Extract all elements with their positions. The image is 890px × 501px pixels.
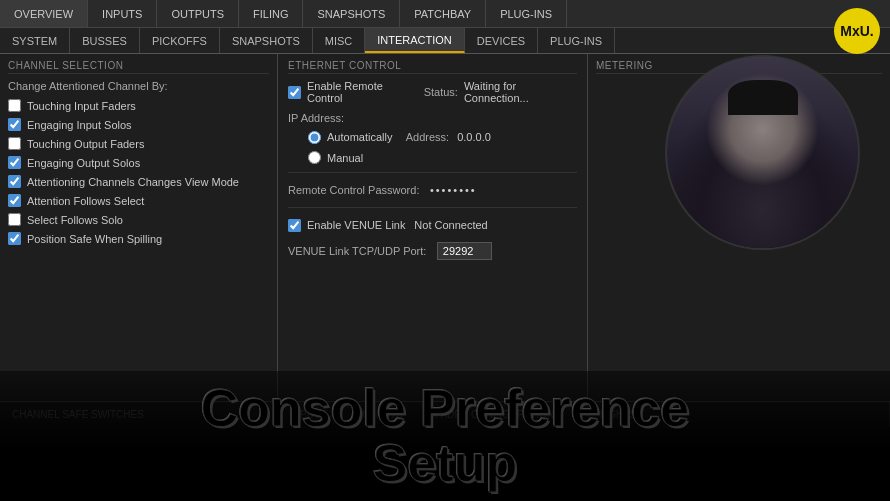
- checkbox-touching-output-faders[interactable]: Touching Output Faders: [8, 136, 269, 151]
- ip-address-section: IP Address: Automatically Address: 0.0.0…: [288, 112, 577, 164]
- cb-engaging-output-solos[interactable]: [8, 156, 21, 169]
- checkbox-attention-follows-select[interactable]: Attention Follows Select: [8, 193, 269, 208]
- overlay-container: Console Preference Setup: [0, 371, 890, 501]
- nav-outputs[interactable]: OUTPUTS: [157, 0, 239, 27]
- divider: [288, 172, 577, 173]
- password-row: Remote Control Password: ••••••••: [288, 181, 577, 199]
- tab-devices[interactable]: DEVICES: [465, 28, 538, 53]
- checkbox-position-safe[interactable]: Position Safe When Spilling: [8, 231, 269, 246]
- person-silhouette: [667, 57, 858, 248]
- cb-touching-output-faders[interactable]: [8, 137, 21, 150]
- label-position-safe: Position Safe When Spilling: [27, 233, 162, 245]
- channel-selection-subtitle: Change Attentioned Channel By:: [8, 80, 269, 92]
- cb-position-safe[interactable]: [8, 232, 21, 245]
- cb-attention-follows-select[interactable]: [8, 194, 21, 207]
- label-touching-input-faders: Touching Input Faders: [27, 100, 136, 112]
- label-touching-output-faders: Touching Output Faders: [27, 138, 144, 150]
- cb-select-follows-solo[interactable]: [8, 213, 21, 226]
- address-label: Address:: [406, 131, 449, 143]
- divider2: [288, 207, 577, 208]
- nav-patchbay[interactable]: PATCHBAY: [400, 0, 486, 27]
- cb-engaging-input-solos[interactable]: [8, 118, 21, 131]
- radio-auto[interactable]: [308, 131, 321, 144]
- tab-interaction[interactable]: INTERACTION: [365, 28, 465, 53]
- cb-touching-input-faders[interactable]: [8, 99, 21, 112]
- cb-enable-venue[interactable]: [288, 219, 301, 232]
- ethernet-control-title: ETHERNET CONTROL: [288, 60, 577, 74]
- second-navigation: SYSTEM BUSSES PICKOFFS SNAPSHOTS MISC IN…: [0, 28, 890, 54]
- top-navigation: OVERVIEW INPUTS OUTPUTS FILING SNAPSHOTS…: [0, 0, 890, 28]
- overlay-line1: Console Preference: [201, 381, 689, 436]
- cb-attentioning-channels[interactable]: [8, 175, 21, 188]
- radio-automatically[interactable]: Automatically Address: 0.0.0.0: [308, 128, 577, 146]
- channel-selection-panel: CHANNEL SELECTION Change Attentioned Cha…: [0, 54, 278, 401]
- port-input[interactable]: [437, 242, 492, 260]
- label-enable-remote: Enable Remote Control: [307, 80, 415, 104]
- nav-plugins[interactable]: PLUG-INS: [486, 0, 567, 27]
- tab-system[interactable]: SYSTEM: [0, 28, 70, 53]
- label-attentioning-channels: Attentioning Channels Changes View Mode: [27, 176, 239, 188]
- enable-remote-row[interactable]: Enable Remote Control Status: Waiting fo…: [288, 80, 577, 104]
- tab-misc[interactable]: MISC: [313, 28, 366, 53]
- port-label: VENUE Link TCP/UDP Port:: [288, 245, 426, 257]
- cb-enable-remote[interactable]: [288, 86, 301, 99]
- label-enable-venue: Enable VENUE Link: [307, 219, 405, 231]
- checkbox-attentioning-channels[interactable]: Attentioning Channels Changes View Mode: [8, 174, 269, 189]
- status-value: Waiting for Connection...: [464, 80, 577, 104]
- channel-selection-title: CHANNEL SELECTION: [8, 60, 269, 74]
- enable-venue-row[interactable]: Enable VENUE Link Not Connected: [288, 216, 577, 234]
- checkbox-touching-input-faders[interactable]: Touching Input Faders: [8, 98, 269, 113]
- ip-address-label: IP Address:: [288, 112, 577, 124]
- label-engaging-input-solos: Engaging Input Solos: [27, 119, 132, 131]
- tab-busses[interactable]: BUSSES: [70, 28, 140, 53]
- address-value: 0.0.0.0: [457, 131, 491, 143]
- radio-manual[interactable]: Manual: [308, 151, 577, 164]
- ethernet-control-panel: ETHERNET CONTROL Enable Remote Control S…: [278, 54, 588, 401]
- status-label: Status:: [424, 86, 458, 98]
- checkbox-select-follows-solo[interactable]: Select Follows Solo: [8, 212, 269, 227]
- port-row: VENUE Link TCP/UDP Port:: [288, 242, 577, 260]
- tab-pickoffs[interactable]: PICKOFFS: [140, 28, 220, 53]
- checkbox-engaging-input-solos[interactable]: Engaging Input Solos: [8, 117, 269, 132]
- nav-filing[interactable]: FILING: [239, 0, 303, 27]
- overlay-line2: Setup: [373, 436, 517, 491]
- label-select-follows-solo: Select Follows Solo: [27, 214, 123, 226]
- tab-plugins2[interactable]: PLUG-INS: [538, 28, 615, 53]
- tab-snapshots[interactable]: SNAPSHOTS: [220, 28, 313, 53]
- radio-manual[interactable]: [308, 151, 321, 164]
- nav-snapshots[interactable]: SNAPSHOTS: [303, 0, 400, 27]
- checkbox-engaging-output-solos[interactable]: Engaging Output Solos: [8, 155, 269, 170]
- label-manual: Manual: [327, 152, 363, 164]
- label-automatically: Automatically: [327, 131, 392, 143]
- mxu-logo: MxU.: [834, 8, 880, 54]
- password-value: ••••••••: [430, 184, 477, 196]
- nav-overview[interactable]: OVERVIEW: [0, 0, 88, 27]
- venue-status: Not Connected: [414, 219, 487, 231]
- nav-inputs[interactable]: INPUTS: [88, 0, 157, 27]
- label-attention-follows-select: Attention Follows Select: [27, 195, 144, 207]
- password-label: Remote Control Password:: [288, 184, 419, 196]
- label-engaging-output-solos: Engaging Output Solos: [27, 157, 140, 169]
- person-image: [665, 55, 860, 250]
